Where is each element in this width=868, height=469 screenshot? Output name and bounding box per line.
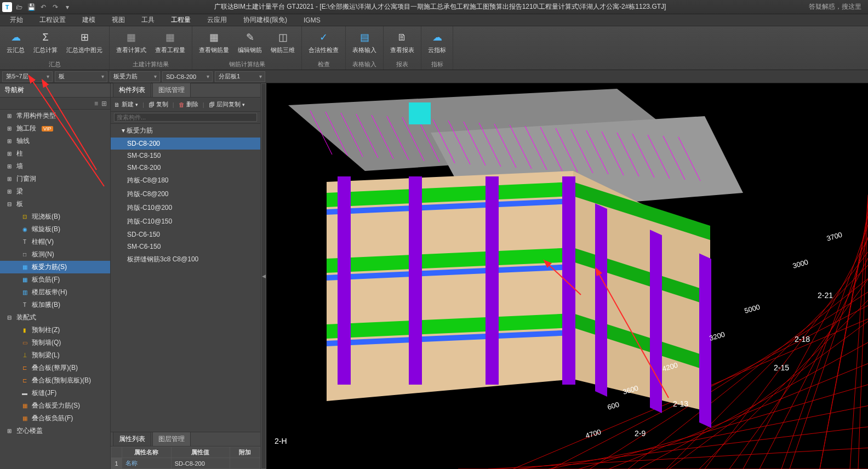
tree-item[interactable]: ▭预制墙(Q)	[0, 336, 110, 349]
tree-item[interactable]: ⊏叠合板(预制底板)(B)	[0, 374, 110, 387]
ribbon-button[interactable]: ✎编辑钢筋	[236, 28, 264, 55]
menu-tab[interactable]: 开始	[7, 14, 26, 26]
expand-icon[interactable]: ⊞	[5, 138, 13, 145]
tree-item[interactable]: ⊞柱	[0, 147, 110, 160]
ribbon-button[interactable]: ◫钢筋三维	[269, 28, 297, 55]
ribbon-button[interactable]: ⊞汇总选中图元	[64, 28, 105, 55]
component-item[interactable]: 跨版-C10@150	[111, 215, 260, 228]
ribbon-button[interactable]: Σ汇总计算	[31, 28, 60, 55]
tree-item[interactable]: T柱帽(V)	[0, 236, 110, 248]
tree-item[interactable]: ⊞空心楼盖	[0, 425, 110, 437]
selector-dropdown[interactable]: SD-C8-200	[162, 71, 213, 82]
menu-tab[interactable]: 云应用	[204, 14, 230, 26]
component-list-header[interactable]: ▾ 板受力筋	[111, 124, 260, 138]
menu-tab[interactable]: 建模	[79, 14, 99, 26]
expand-icon[interactable]: ⊞	[5, 427, 13, 435]
menu-tab[interactable]: 协同建模(限免)	[240, 14, 290, 26]
qat-open-icon[interactable]: 🗁	[15, 3, 23, 11]
expand-icon[interactable]: ⊞	[5, 112, 13, 120]
toolbar-button[interactable]: 🗐复制	[149, 100, 168, 108]
ribbon-button[interactable]: ✓合法性检查	[306, 28, 341, 55]
tree-item[interactable]: ⟘预制梁(L)	[0, 349, 110, 362]
tree-item[interactable]: ▦板负筋(F)	[0, 273, 110, 286]
toolbar-button[interactable]: 🗑删除	[179, 100, 198, 108]
toolbar-button[interactable]: 🗎新建▾	[114, 100, 138, 108]
panel-tab[interactable]: 图纸管理	[152, 83, 191, 97]
props-tab[interactable]: 属性列表	[113, 432, 151, 446]
tree-item[interactable]: ⊏叠合板(整厚)(B)	[0, 362, 110, 374]
expand-icon[interactable]: ⊞	[5, 175, 13, 183]
component-toolbar[interactable]: 🗎新建▾|🗐复制|🗑删除|🗐层间复制▾	[111, 98, 260, 112]
qat-save-icon[interactable]: 💾	[27, 3, 35, 11]
expand-icon[interactable]: ⊟	[5, 201, 13, 208]
tree-item[interactable]: □板洞(N)	[0, 248, 110, 261]
ribbon-button[interactable]: ▦查看计算式	[114, 28, 149, 55]
tree-item[interactable]: ⊞梁	[0, 185, 110, 198]
menu-tab[interactable]: 工程设置	[36, 14, 69, 26]
expand-icon[interactable]: ⊞	[5, 125, 13, 133]
nav-grid-icon[interactable]: ⊞	[101, 100, 107, 107]
component-item[interactable]: SM-C8-200	[111, 162, 260, 174]
tree-item[interactable]: ⊞墙	[0, 160, 110, 173]
tree-item[interactable]: ▦板受力筋(S)	[0, 261, 110, 273]
tree-item[interactable]: ⊞门窗洞	[0, 173, 110, 185]
selector-dropdown[interactable]: 板	[55, 71, 107, 82]
expand-icon[interactable]: ⊟	[5, 314, 13, 322]
component-item[interactable]: SD-C8-200	[111, 138, 260, 150]
tree-item[interactable]: ⊞施工段VIP	[0, 122, 110, 135]
ribbon-button[interactable]: ☁云汇总	[4, 28, 27, 55]
menu-tab[interactable]: IGMS	[300, 15, 324, 25]
tree-item[interactable]: ⊟装配式	[0, 311, 110, 324]
component-item[interactable]: SD-C6-150	[111, 228, 260, 241]
search-input[interactable]	[114, 113, 257, 122]
component-item[interactable]: 跨版-C10@200	[111, 201, 260, 215]
qat-redo-icon[interactable]: ↷	[52, 3, 59, 11]
component-tabs[interactable]: 构件列表图纸管理	[111, 83, 260, 98]
nav-list-icon[interactable]: ≡	[94, 100, 98, 107]
toolbar-button[interactable]: 🗐层间复制▾	[209, 100, 245, 108]
ribbon-button[interactable]: ☁云指标	[426, 28, 448, 55]
props-tabs[interactable]: 属性列表图层管理	[111, 432, 260, 447]
tree-item[interactable]: ⊞轴线	[0, 135, 110, 147]
selector-dropdown[interactable]: 板受力筋	[110, 71, 160, 82]
tree-item[interactable]: T板加腋(B)	[0, 299, 110, 311]
tree-item[interactable]: ◉螺旋板(B)	[0, 223, 110, 236]
viewport-3d[interactable]: 2-H2-92-132-152-182-21470060036004200320…	[266, 83, 868, 469]
panel-tab[interactable]: 构件列表	[113, 83, 151, 97]
ribbon-button[interactable]: 🗎查看报表	[388, 28, 416, 55]
qat-down-icon[interactable]: ▾	[64, 3, 71, 11]
tree-item[interactable]: ▦叠合板受力筋(S)	[0, 399, 110, 412]
component-search[interactable]	[111, 112, 260, 124]
tree-item[interactable]: ⊞常用构件类型	[0, 110, 110, 122]
nav-tree[interactable]: ⊞常用构件类型⊞施工段VIP⊞轴线⊞柱⊞墙⊞门窗洞⊞梁⊟板⊡现浇板(B)◉螺旋板…	[0, 110, 110, 469]
expand-icon[interactable]: ⊞	[5, 188, 13, 196]
menu-tab[interactable]: 视图	[108, 14, 128, 26]
qat-undo-icon[interactable]: ↶	[39, 3, 47, 11]
menu-tab[interactable]: 工程量	[168, 14, 194, 26]
building-model[interactable]	[288, 89, 743, 428]
tree-item[interactable]: ▮预制柱(Z)	[0, 324, 110, 336]
component-item[interactable]: 跨版-C8@200	[111, 187, 260, 201]
component-item[interactable]: 板拼缝钢筋3c8 C8@100	[111, 253, 260, 266]
component-item[interactable]: 跨板-C8@180	[111, 174, 260, 187]
tree-item[interactable]: ⊟板	[0, 198, 110, 210]
tree-item[interactable]: ▬板缝(JF)	[0, 387, 110, 399]
tree-item[interactable]: ▦叠合板负筋(F)	[0, 412, 110, 425]
component-item[interactable]: SM-C6-150	[111, 241, 260, 253]
tree-item[interactable]: ▥楼层板带(H)	[0, 286, 110, 299]
props-table[interactable]: 属性名称属性值附加 1名称SD-C8-200	[111, 447, 260, 469]
collapse-handle[interactable]: ◀	[261, 83, 266, 469]
component-item[interactable]: SM-C8-150	[111, 150, 260, 162]
ribbon-button[interactable]: ▦查看工程量	[153, 28, 187, 55]
props-tab[interactable]: 图层管理	[152, 432, 191, 446]
ribbon-button[interactable]: ▤表格输入	[350, 28, 379, 55]
expand-icon[interactable]: ⊞	[5, 163, 13, 170]
props-row[interactable]: 1名称SD-C8-200	[111, 458, 260, 469]
quick-access-toolbar[interactable]: 🗁 💾 ↶ ↷ ▾	[15, 3, 71, 11]
expand-icon[interactable]: ⊞	[5, 150, 13, 158]
nav-tools[interactable]: ≡ ⊞	[0, 98, 110, 110]
selector-dropdown[interactable]: 第5~7层	[2, 71, 53, 82]
ribbon-button[interactable]: ▦查看钢筋量	[197, 28, 231, 55]
selector-dropdown[interactable]: 分层板1	[215, 71, 265, 82]
component-list[interactable]: ▾ 板受力筋SD-C8-200SM-C8-150SM-C8-200跨板-C8@1…	[111, 124, 260, 432]
